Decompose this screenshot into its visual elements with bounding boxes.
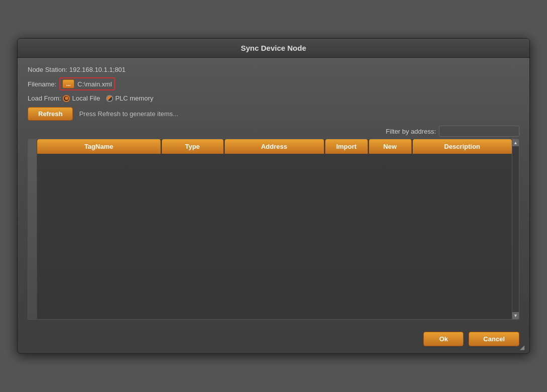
scroll-down-arrow[interactable]: ▼	[512, 312, 519, 319]
table-main: TagName Type Address Import New	[37, 139, 512, 319]
radio-group: Local File PLC memory	[63, 94, 153, 102]
th-tagname: TagName	[37, 139, 161, 154]
browse-button[interactable]: ...	[62, 79, 74, 88]
th-description: Description	[413, 139, 512, 154]
radio-plc-memory[interactable]: PLC memory	[106, 94, 153, 102]
th-type: Type	[162, 139, 224, 154]
ok-button[interactable]: Ok	[423, 332, 464, 346]
node-station-label: Node Station:	[28, 66, 67, 73]
radio-local-file-circle	[63, 95, 70, 102]
radio-plc-memory-circle	[106, 95, 113, 102]
filename-label: Filename:	[28, 80, 56, 88]
load-from-label: Load From:	[28, 94, 61, 102]
cancel-button[interactable]: Cancel	[469, 332, 519, 346]
filter-label: Filter by address:	[386, 128, 436, 135]
table-scrollbar-left	[28, 139, 37, 319]
table-container: TagName Type Address Import New	[28, 139, 519, 320]
dialog-footer: Ok Cancel	[18, 327, 529, 353]
refresh-button[interactable]: Refresh	[28, 107, 73, 121]
radio-local-file[interactable]: Local File	[63, 94, 100, 102]
scroll-up-arrow[interactable]: ▲	[512, 139, 519, 146]
dialog-body: Node Station: 192.168.10.1.1;801 Filenam…	[18, 58, 529, 327]
refresh-row: Refresh Press Refresh to generate items.…	[28, 107, 519, 121]
th-address: Address	[225, 139, 324, 154]
node-station-row: Node Station: 192.168.10.1.1;801	[28, 66, 519, 73]
table-body	[37, 154, 512, 319]
load-from-row: Load From: Local File PLC memory	[28, 94, 519, 102]
th-new: New	[369, 139, 412, 154]
node-station-value: 192.168.10.1.1;801	[69, 66, 126, 73]
resize-handle[interactable]: ◢	[520, 344, 527, 351]
filename-group: ... C:\main.xml	[59, 77, 115, 90]
dialog-title: Sync Device Node	[18, 39, 529, 58]
table-header: TagName Type Address Import New	[37, 139, 512, 154]
th-import: Import	[325, 139, 368, 154]
refresh-hint: Press Refresh to generate items...	[79, 110, 178, 118]
table-scrollbar-right[interactable]: ▲ ▼	[512, 139, 519, 319]
filter-input[interactable]	[439, 126, 519, 137]
scroll-track	[512, 146, 519, 312]
filename-value: C:\main.xml	[77, 80, 112, 88]
filename-row: Filename: ... C:\main.xml	[28, 77, 519, 90]
filter-row: Filter by address:	[28, 126, 519, 137]
sync-device-node-dialog: Sync Device Node Node Station: 192.168.1…	[17, 38, 530, 354]
